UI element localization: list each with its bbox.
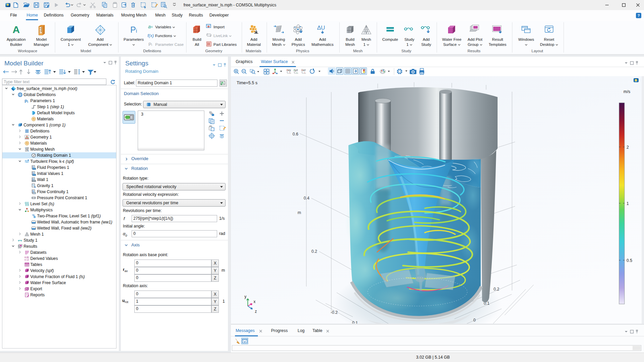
svg-text:Time=5.5 s: Time=5.5 s xyxy=(237,81,258,85)
svg-text:D: D xyxy=(32,172,34,174)
svg-text:DD: DD xyxy=(33,192,35,194)
svg-text:x: x xyxy=(253,299,256,304)
svg-text:xz: xz xyxy=(303,68,306,72)
svg-text:D: D xyxy=(32,178,34,180)
svg-text:yz: yz xyxy=(295,68,298,72)
svg-text:ΔU: ΔU xyxy=(317,25,325,31)
svg-text:m/s: m/s xyxy=(623,89,630,94)
svg-text:xy: xy xyxy=(288,68,291,72)
svg-text:z: z xyxy=(255,309,257,314)
svg-text:D: D xyxy=(32,166,34,168)
svg-text:y: y xyxy=(244,294,246,299)
